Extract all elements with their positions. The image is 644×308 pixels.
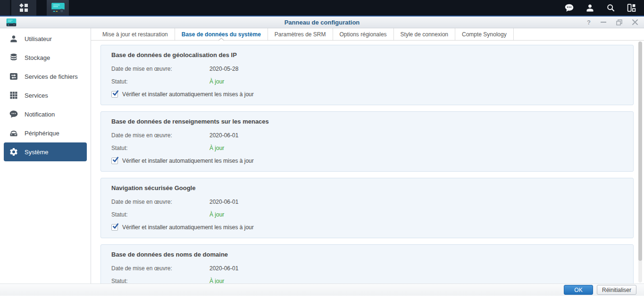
panel-renseignements-menaces: Base de données de renseignements sur le…: [100, 111, 634, 172]
status-value: À jour: [209, 278, 224, 283]
panel-geolocalisation-ip: Base de données de géolocalisation des I…: [100, 45, 634, 105]
status-row: Statut: À jour: [111, 278, 623, 283]
tab-options-regionales[interactable]: Options régionales: [333, 28, 394, 40]
sidebar-item-label: Services de fichiers: [25, 73, 78, 80]
auto-update-checkbox-row[interactable]: Vérifier et installer automatiquement le…: [111, 224, 623, 231]
widgets-icon[interactable]: [627, 3, 636, 13]
srm-desktop: Panneau de configuration ?: [0, 0, 644, 308]
date-row: Date de mise en œuvre: 2020-06-01: [111, 265, 623, 272]
minimize-icon[interactable]: [601, 22, 606, 23]
control-panel-window-icon: [6, 18, 17, 27]
help-icon[interactable]: ?: [587, 19, 591, 26]
sidebar-item-peripherique[interactable]: Périphérique: [4, 124, 87, 142]
sidebar: Utilisateur Stockage Services de fichier…: [0, 28, 91, 283]
panel-noms-de-domaine: Base de données des noms de domaine Date…: [100, 244, 634, 283]
user-icon: [9, 34, 18, 43]
main-pane: Mise à jour et restauration Base de donn…: [91, 28, 644, 283]
device-icon: [9, 128, 18, 138]
tab-parametres-de-srm[interactable]: Paramètres de SRM: [268, 28, 333, 40]
ok-button[interactable]: OK: [564, 285, 593, 295]
services-grid-icon: [9, 91, 18, 100]
sidebar-item-services-de-fichiers[interactable]: Services de fichiers: [4, 67, 87, 86]
reset-button[interactable]: Réinitialiser: [597, 285, 636, 295]
main-menu-button[interactable]: [11, 0, 36, 16]
auto-update-checkbox-row[interactable]: Vérifier et installer automatiquement le…: [111, 158, 623, 164]
panel-title: Base de données des noms de domaine: [111, 251, 623, 258]
date-row: Date de mise en œuvre: 2020-05-28: [111, 66, 623, 72]
sidebar-item-label: Utilisateur: [25, 35, 52, 42]
auto-update-checkbox-row[interactable]: Vérifier et installer automatiquement le…: [111, 91, 623, 98]
status-value: À jour: [209, 211, 224, 218]
sidebar-item-systeme[interactable]: Système: [4, 142, 87, 161]
notification-icon: [9, 109, 18, 119]
date-value: 2020-06-01: [209, 265, 238, 272]
window-title: Panneau de configuration: [0, 19, 644, 26]
checkbox-checked-icon[interactable]: [111, 224, 118, 231]
checkbox-checked-icon[interactable]: [111, 158, 118, 164]
control-panel-icon: [51, 2, 65, 14]
sidebar-item-stockage[interactable]: Stockage: [4, 48, 87, 67]
window-titlebar: Panneau de configuration ?: [0, 17, 644, 28]
close-icon[interactable]: [632, 19, 638, 25]
window-controls: ?: [587, 19, 638, 26]
gear-icon: [9, 147, 18, 157]
sidebar-item-services[interactable]: Services: [4, 86, 87, 105]
tab-bar: Mise à jour et restauration Base de donn…: [91, 28, 644, 41]
panel-title: Base de données de géolocalisation des I…: [111, 51, 623, 58]
taskbar-edge-button[interactable]: [0, 0, 10, 16]
vertical-scrollbar[interactable]: [638, 42, 642, 283]
scrollbar-thumb[interactable]: [638, 42, 642, 261]
tab-compte-synology[interactable]: Compte Synology: [455, 28, 514, 40]
date-value: 2020-05-28: [209, 66, 238, 72]
checkbox-checked-icon[interactable]: [111, 91, 118, 98]
sidebar-item-label: Services: [25, 92, 48, 99]
window-body: Utilisateur Stockage Services de fichier…: [0, 28, 644, 283]
sidebar-item-utilisateur[interactable]: Utilisateur: [4, 29, 87, 48]
tab-style-de-connexion[interactable]: Style de connexion: [394, 28, 455, 40]
user-icon[interactable]: [585, 3, 595, 13]
date-value: 2020-06-01: [209, 132, 238, 139]
search-icon[interactable]: [606, 3, 616, 13]
sidebar-item-label: Notification: [25, 111, 55, 118]
tab-base-de-donnees-du-systeme[interactable]: Base de données du système: [175, 28, 268, 40]
panel-title: Base de données de renseignements sur le…: [111, 118, 623, 125]
sidebar-item-label: Périphérique: [25, 130, 59, 137]
maximize-icon[interactable]: [616, 19, 622, 25]
date-row: Date de mise en œuvre: 2020-06-01: [111, 132, 623, 139]
tab-content: Base de données de géolocalisation des I…: [91, 41, 644, 283]
status-row: Statut: À jour: [111, 78, 623, 85]
panel-title: Navigation sécurisée Google: [111, 184, 623, 191]
date-value: 2020-06-01: [209, 199, 238, 205]
sidebar-item-label: Stockage: [25, 54, 50, 61]
status-value: À jour: [209, 145, 224, 151]
taskbar-tray: [564, 0, 644, 16]
panel-navigation-securisee-google: Navigation sécurisée Google Date de mise…: [100, 178, 634, 238]
storage-icon: [9, 53, 18, 62]
sidebar-item-label: Système: [25, 149, 49, 156]
file-services-icon: [9, 72, 18, 81]
sidebar-item-notification[interactable]: Notification: [4, 105, 87, 124]
status-value: À jour: [209, 78, 224, 85]
main-menu-icon: [19, 3, 29, 13]
status-row: Statut: À jour: [111, 211, 623, 218]
window-footer: OK Réinitialiser: [0, 283, 644, 296]
status-row: Statut: À jour: [111, 145, 623, 151]
tab-mise-a-jour-et-restauration[interactable]: Mise à jour et restauration: [96, 28, 175, 40]
taskbar: [0, 0, 644, 16]
taskbar-control-panel-button[interactable]: [47, 0, 69, 16]
chat-icon[interactable]: [564, 3, 574, 13]
date-row: Date de mise en œuvre: 2020-06-01: [111, 199, 623, 205]
